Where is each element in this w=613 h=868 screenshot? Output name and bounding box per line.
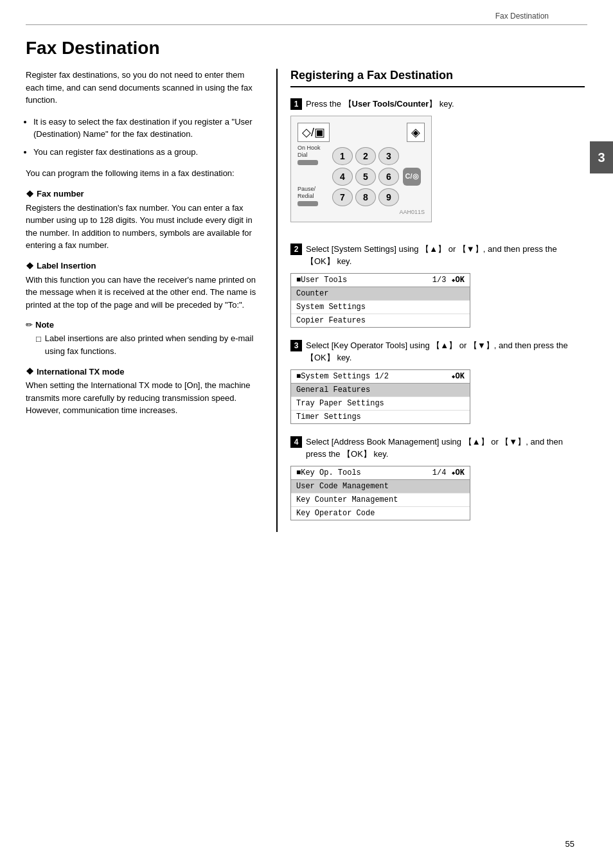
step-4-block: 4 Select [Address Book Management] using…: [290, 436, 585, 520]
label-insertion-label: Label Insertion: [37, 261, 96, 270]
step-2-text: Select [System Settings] using 【▲】 or 【▼…: [306, 243, 585, 268]
pause-redial-label: Pause/Redial: [298, 186, 318, 208]
note-heading: ✏ Note: [26, 320, 257, 330]
page-footer: 55: [565, 839, 574, 849]
diamond-icon: ❖: [26, 189, 34, 199]
bullet-list: It is easy to select the fax destination…: [33, 116, 257, 159]
keypad-top-row: ◇/▣ ◈: [298, 123, 425, 142]
step-2-number: 2: [290, 244, 302, 255]
screen-3-row-1: General Features: [291, 384, 470, 397]
screen-4-row-2: Key Counter Management: [291, 493, 470, 507]
main-content: Register fax destinations, so you do not…: [0, 69, 613, 532]
label-insertion-section: ❖ Label Insertion With this function you…: [26, 261, 257, 312]
fax-number-body: Registers the destination's fax number. …: [26, 202, 257, 252]
screen-4-row-1: User Code Management: [291, 480, 470, 493]
international-tx-section: ❖ International TX mode When setting the…: [26, 366, 257, 417]
label-insertion-body: With this function you can have the rece…: [26, 274, 257, 312]
keypad-labels: On Hook Dial Pause/Redial: [298, 147, 328, 206]
fax-number-heading: ❖ Fax number: [26, 189, 257, 199]
diamond-icon-2: ❖: [26, 261, 34, 271]
step-3-screen: ■System Settings 1/2⬥OK General Features…: [290, 369, 470, 424]
screen-4-header: ■Key Op. Tools1/4 ⬥OK: [291, 466, 470, 480]
step-2-screen: ■User Tools1/3 ⬥OK Counter System Settin…: [290, 273, 470, 328]
key-2[interactable]: 2: [355, 147, 376, 165]
step-3-block: 3 Select [Key Operator Tools] using 【▲】 …: [290, 339, 585, 424]
note-label: Note: [35, 320, 54, 330]
screen-3-row-3: Timer Settings: [291, 411, 470, 423]
key-3[interactable]: 3: [378, 147, 399, 165]
step-4-header: 4 Select [Address Book Management] using…: [290, 436, 585, 461]
keypad-symbol-1: ◇/▣: [298, 123, 330, 142]
screen-2-row-1: Counter: [291, 287, 470, 301]
screen-4-row-3: Key Operator Code: [291, 507, 470, 520]
keypad-image: ◇/▣ ◈ On Hook Dial Pause/Redial: [290, 116, 432, 222]
fax-number-label: Fax number: [37, 189, 84, 199]
keypad-grid: 1 2 3 4 5 6 7 8 9: [332, 147, 399, 206]
list-item: It is easy to select the fax destination…: [33, 116, 257, 141]
key-6[interactable]: 6: [378, 168, 399, 186]
page-number: 55: [565, 839, 574, 849]
note-section: ✏ Note □ Label insertions are also print…: [26, 320, 257, 357]
keypad-label-code: AAH011S: [298, 209, 425, 215]
left-column: Register fax destinations, so you do not…: [26, 69, 276, 532]
on-hook-label: On Hook Dial: [298, 145, 328, 166]
c-clear-button[interactable]: C/◎: [403, 168, 421, 186]
program-text: You can program the following items in a…: [26, 167, 257, 180]
page-header: Fax Destination: [26, 0, 587, 25]
header-title: Fax Destination: [495, 12, 549, 21]
page-title: Fax Destination: [0, 38, 613, 58]
step-1-header: 1 Press the 【User Tools/Counter】 key.: [290, 98, 585, 111]
screen-2-header: ■User Tools1/3 ⬥OK: [291, 274, 470, 287]
step-4-screen: ■Key Op. Tools1/4 ⬥OK User Code Manageme…: [290, 466, 470, 520]
registering-title: Registering a Fax Destination: [290, 69, 585, 87]
key-4[interactable]: 4: [332, 168, 353, 186]
diamond-icon-3: ❖: [26, 366, 34, 376]
right-column: Registering a Fax Destination 1 Press th…: [276, 69, 585, 532]
international-tx-heading: ❖ International TX mode: [26, 366, 257, 376]
step-2-block: 2 Select [System Settings] using 【▲】 or …: [290, 243, 585, 328]
step-1-text: Press the 【User Tools/Counter】 key.: [306, 98, 454, 111]
key-1[interactable]: 1: [332, 147, 353, 165]
screen-3-row-2: Tray Paper Settings: [291, 397, 470, 411]
step-3-header: 3 Select [Key Operator Tools] using 【▲】 …: [290, 339, 585, 364]
chapter-tab: 3: [590, 141, 613, 173]
screen-2-row-2: System Settings: [291, 301, 470, 314]
fax-number-section: ❖ Fax number Registers the destination's…: [26, 189, 257, 252]
label-insertion-heading: ❖ Label Insertion: [26, 261, 257, 271]
step-3-text: Select [Key Operator Tools] using 【▲】 or…: [306, 339, 585, 364]
key-8[interactable]: 8: [355, 188, 376, 206]
step-1-block: 1 Press the 【User Tools/Counter】 key. ◇/…: [290, 98, 585, 231]
note-item: □ Label insertions are also printed when…: [36, 332, 257, 357]
step-4-number: 4: [290, 436, 302, 448]
screen-2-row-3: Copier Features: [291, 314, 470, 327]
step-4-text: Select [Address Book Management] using 【…: [306, 436, 585, 461]
key-7[interactable]: 7: [332, 188, 353, 206]
screen-3-header: ■System Settings 1/2⬥OK: [291, 370, 470, 384]
note-item-text: Label insertions are also printed when s…: [45, 332, 257, 357]
key-9[interactable]: 9: [378, 188, 399, 206]
international-tx-label: International TX mode: [37, 367, 125, 376]
note-body: □ Label insertions are also printed when…: [26, 332, 257, 357]
step-1-number: 1: [290, 98, 302, 110]
step-2-header: 2 Select [System Settings] using 【▲】 or …: [290, 243, 585, 268]
keypad-c-button-area: C/◎: [403, 147, 421, 206]
list-item: You can register fax destinations as a g…: [33, 146, 257, 159]
page-container: Fax Destination 3 Fax Destination Regist…: [0, 0, 613, 868]
keypad-rows: On Hook Dial Pause/Redial 1 2 3 4: [298, 147, 425, 206]
key-5[interactable]: 5: [355, 168, 376, 186]
international-tx-body: When setting the International TX mode t…: [26, 379, 257, 417]
checkbox-icon: □: [36, 333, 41, 346]
step-3-number: 3: [290, 340, 302, 351]
keypad-symbol-2: ◈: [407, 123, 425, 142]
intro-text: Register fax destinations, so you do not…: [26, 69, 257, 107]
chapter-number: 3: [598, 150, 605, 165]
pencil-icon: ✏: [26, 320, 33, 330]
